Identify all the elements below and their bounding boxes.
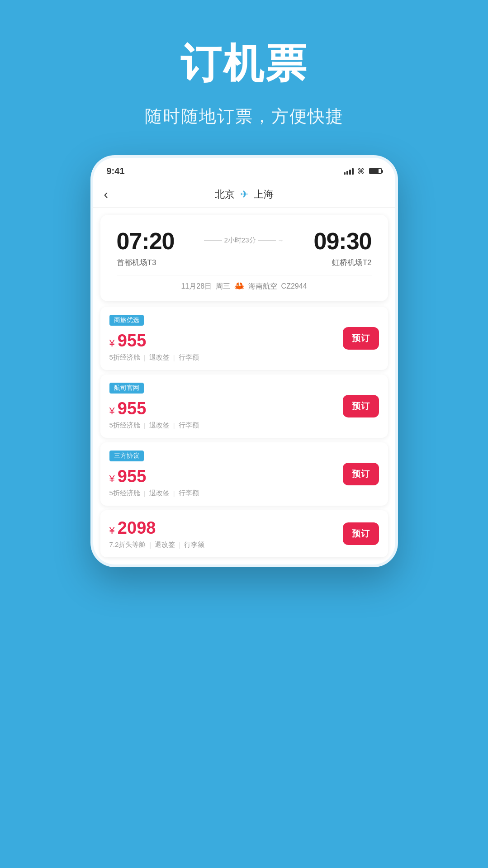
- ticket-cabin: 5折经济舱: [109, 353, 140, 362]
- wifi-icon: ⌘: [357, 167, 365, 175]
- ticket-baggage: 行李额: [184, 541, 204, 549]
- flight-duration: 2小时23分 →: [175, 236, 314, 247]
- nav-to: 上海: [254, 188, 274, 201]
- ticket-cabin: 7.2折头等舱: [109, 541, 146, 549]
- nav-title: 北京 ✈ 上海: [215, 188, 274, 201]
- ticket-refund: 退改签: [149, 489, 170, 498]
- duration-arrow: →: [278, 237, 284, 244]
- separator: |: [173, 354, 175, 361]
- ticket-card: 三方协议 ¥ 955 5折经济舱 | 退改签 | 行李额 预订: [100, 442, 388, 506]
- departure-airport: 首都机场T3: [117, 257, 156, 268]
- phone-mockup: 9:41 ⌘ ‹ 北京 ✈ 上海: [90, 155, 398, 567]
- status-bar: 9:41 ⌘: [93, 158, 395, 181]
- ticket-cabin: 5折经济舱: [109, 421, 140, 430]
- currency-symbol: ¥: [109, 525, 118, 536]
- separator: |: [144, 422, 146, 429]
- book-button[interactable]: 预订: [343, 463, 379, 485]
- ticket-cabin: 5折经济舱: [109, 489, 140, 498]
- separator: |: [144, 489, 146, 497]
- plane-icon: ✈: [240, 189, 248, 200]
- hero-title: 订机票: [180, 36, 308, 91]
- flight-number: CZ2944: [281, 282, 307, 290]
- airport-names: 首都机场T3 虹桥机场T2: [117, 257, 372, 268]
- book-button[interactable]: 预订: [343, 522, 379, 545]
- arrival-airport: 虹桥机场T2: [332, 257, 372, 268]
- ticket-refund: 退改签: [155, 541, 175, 549]
- arrival-time: 09:30: [314, 228, 372, 255]
- flight-info-card: 07:20 2小时23分 → 09:30 首都机场T3 虹桥机场T2 11月28…: [100, 215, 388, 301]
- currency-symbol: ¥: [109, 405, 118, 417]
- flight-date: 11月28日: [181, 282, 212, 290]
- currency-symbol: ¥: [109, 337, 118, 349]
- ticket-details: 5折经济舱 | 退改签 | 行李额: [109, 489, 379, 498]
- ticket-card: ¥ 2098 7.2折头等舱 | 退改签 | 行李额 预订: [100, 510, 388, 557]
- ticket-baggage: 行李额: [179, 353, 199, 362]
- ticket-details: 7.2折头等舱 | 退改签 | 行李额: [109, 541, 379, 549]
- duration-line: 2小时23分 →: [204, 236, 284, 245]
- signal-icon: [344, 167, 354, 175]
- airline-name: 海南航空: [248, 282, 277, 290]
- book-button[interactable]: 预订: [343, 327, 379, 350]
- departure-time: 07:20: [117, 228, 175, 255]
- hero-subtitle: 随时随地订票，方便快捷: [145, 105, 344, 128]
- separator: |: [179, 541, 180, 549]
- battery-icon: [369, 168, 382, 174]
- nav-bar: ‹ 北京 ✈ 上海: [93, 181, 395, 208]
- flight-meta: 11月28日 周三 🦀 海南航空 CZ2944: [117, 275, 372, 291]
- ticket-details: 5折经济舱 | 退改签 | 行李额: [109, 421, 379, 430]
- ticket-tag: 航司官网: [109, 383, 144, 394]
- separator: |: [173, 422, 175, 429]
- airline-emoji: 🦀: [234, 281, 244, 290]
- ticket-tag: 商旅优选: [109, 315, 144, 326]
- separator: |: [149, 541, 151, 549]
- ticket-options: 商旅优选 ¥ 955 5折经济舱 | 退改签 | 行李额 预订 航司官网 ¥ 9…: [93, 307, 395, 564]
- ticket-details: 5折经济舱 | 退改签 | 行李额: [109, 353, 379, 362]
- status-icons: ⌘: [344, 167, 382, 175]
- ticket-card: 商旅优选 ¥ 955 5折经济舱 | 退改签 | 行李额 预订: [100, 307, 388, 370]
- book-button[interactable]: 预订: [343, 395, 379, 417]
- ticket-refund: 退改签: [149, 421, 170, 430]
- ticket-price: ¥ 955: [109, 399, 379, 418]
- separator: |: [173, 489, 175, 497]
- ticket-refund: 退改签: [149, 353, 170, 362]
- flight-day: 周三: [216, 282, 230, 290]
- ticket-price: ¥ 2098: [109, 518, 379, 538]
- ticket-price: ¥ 955: [109, 467, 379, 486]
- currency-symbol: ¥: [109, 473, 118, 484]
- status-time: 9:41: [107, 166, 125, 176]
- hero-section: 订机票 随时随地订票，方便快捷: [0, 0, 488, 155]
- nav-from: 北京: [215, 188, 235, 201]
- flight-times: 07:20 2小时23分 → 09:30: [117, 228, 372, 255]
- duration-text: 2小时23分: [224, 236, 256, 245]
- ticket-card: 航司官网 ¥ 955 5折经济舱 | 退改签 | 行李额 预订: [100, 375, 388, 438]
- phone-screen: 9:41 ⌘ ‹ 北京 ✈ 上海: [93, 158, 395, 564]
- ticket-baggage: 行李额: [179, 489, 199, 498]
- ticket-baggage: 行李额: [179, 421, 199, 430]
- separator: |: [144, 354, 146, 361]
- ticket-tag: 三方协议: [109, 451, 144, 461]
- ticket-price: ¥ 955: [109, 331, 379, 351]
- back-button[interactable]: ‹: [104, 187, 108, 202]
